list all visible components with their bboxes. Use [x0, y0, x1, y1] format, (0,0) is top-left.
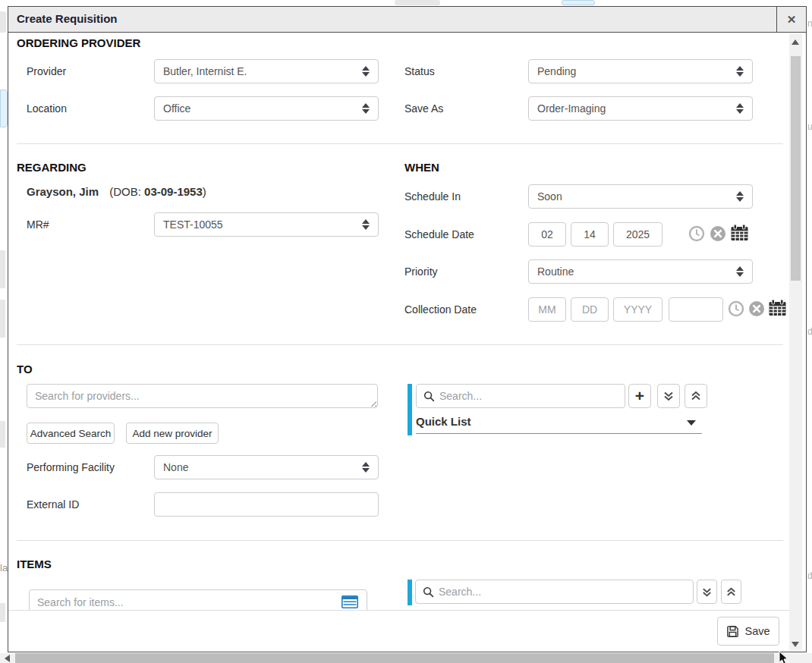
background-fragment — [0, 90, 8, 127]
patient-dob-suffix: ) — [203, 185, 206, 198]
providers-search-textarea[interactable] — [27, 384, 378, 408]
collection-calendar-button[interactable] — [768, 299, 787, 320]
table-icon — [341, 595, 358, 608]
background-fragment — [0, 250, 5, 288]
select-arrows-icon — [736, 103, 744, 114]
schedule-clear-button[interactable] — [710, 225, 726, 245]
items-collapse-all-button[interactable] — [721, 580, 741, 604]
select-arrows-icon — [362, 219, 370, 230]
provider-select[interactable]: Butler, Internist E. — [154, 59, 379, 83]
section-divider — [17, 344, 783, 345]
expand-all-button[interactable] — [657, 384, 680, 408]
collection-time-button[interactable] — [728, 300, 744, 320]
select-arrows-icon — [736, 191, 744, 202]
items-quicklist-search — [415, 580, 694, 604]
schedule-date-day-input[interactable] — [571, 222, 609, 247]
performing-facility-select-value: None — [163, 461, 188, 473]
priority-select[interactable]: Routine — [528, 259, 753, 284]
collection-time-input[interactable] — [669, 297, 723, 322]
external-id-input[interactable] — [154, 492, 379, 517]
clock-icon — [728, 300, 744, 317]
vertical-scrollbar-thumb[interactable] — [791, 56, 801, 281]
mr-select-value: TEST-10055 — [163, 218, 223, 231]
scroll-up-button[interactable] — [792, 39, 799, 45]
add-new-provider-button[interactable]: Add new provider — [126, 423, 219, 444]
priority-label: Priority — [404, 259, 438, 284]
select-arrows-icon — [362, 462, 370, 473]
status-select-value: Pending — [537, 65, 576, 77]
status-select[interactable]: Pending — [528, 59, 753, 83]
items-expand-all-button[interactable] — [697, 580, 717, 604]
section-title-to: TO — [17, 363, 33, 375]
provider-select-value: Butler, Internist E. — [163, 65, 247, 77]
search-icon — [423, 391, 435, 402]
schedule-in-label: Schedule In — [404, 184, 461, 209]
section-title-when: WHEN — [404, 161, 439, 174]
location-label: Location — [27, 96, 67, 121]
collection-clear-button[interactable] — [748, 300, 765, 320]
chevron-double-down-icon — [701, 586, 713, 598]
mr-select[interactable]: TEST-10055 — [154, 212, 379, 237]
horizontal-scrollbar-thumb[interactable] — [15, 653, 774, 663]
select-arrows-icon — [736, 266, 744, 277]
quick-list-underline — [416, 433, 702, 434]
clock-icon — [688, 225, 705, 242]
scroll-down-button[interactable] — [792, 642, 799, 647]
page: la n ur d do Create Requisition ✕ ORDERI… — [0, 0, 812, 663]
section-title-regarding: REGARDING — [17, 161, 87, 174]
schedule-date-year-input[interactable] — [613, 222, 663, 247]
schedule-date-label: Schedule Date — [404, 222, 474, 247]
provider-quicklist-search-input[interactable] — [439, 390, 625, 402]
chevron-double-down-icon — [663, 390, 675, 402]
schedule-calendar-button[interactable] — [730, 224, 749, 245]
close-button[interactable]: ✕ — [776, 6, 807, 33]
performing-facility-select[interactable]: None — [154, 455, 379, 479]
external-id-label: External ID — [27, 492, 79, 517]
item-browser-button[interactable] — [341, 595, 358, 610]
location-select-value: Office — [163, 102, 190, 115]
background-fragment-text: ur — [807, 121, 812, 132]
schedule-date-month-input[interactable] — [528, 222, 566, 247]
provider-label: Provider — [27, 59, 66, 83]
priority-select-value: Routine — [537, 266, 574, 278]
background-fragment-text: n — [807, 18, 812, 29]
accent-bar — [408, 580, 412, 605]
scroll-left-button[interactable] — [5, 655, 10, 662]
background-fragment — [0, 421, 5, 448]
patient-info-line: Grayson, Jim (DOB: 03-09-1953) — [27, 185, 206, 198]
location-select[interactable]: Office — [154, 96, 379, 121]
collection-date-year-input[interactable] — [613, 297, 663, 322]
schedule-in-select[interactable]: Soon — [528, 184, 753, 209]
advanced-search-button[interactable]: Advanced Search — [27, 423, 115, 444]
section-divider — [17, 540, 783, 541]
collapse-all-button[interactable] — [685, 384, 707, 408]
accent-bar — [408, 384, 412, 435]
calendar-icon — [768, 299, 787, 317]
save-as-label: Save As — [404, 96, 443, 121]
schedule-time-button[interactable] — [688, 225, 705, 245]
section-title-ordering-provider: ORDERING PROVIDER — [17, 36, 140, 49]
dialog-title: Create Requisition — [17, 12, 118, 25]
performing-facility-label: Performing Facility — [27, 455, 115, 479]
footer-divider — [8, 610, 789, 611]
save-as-select-value: Order-Imaging — [537, 102, 606, 115]
collection-date-day-input[interactable] — [571, 297, 609, 322]
save-button[interactable]: Save — [717, 617, 779, 646]
collection-date-label: Collection Date — [404, 297, 477, 322]
background-fragment — [562, 0, 595, 5]
mouse-cursor — [779, 651, 788, 663]
save-as-select[interactable]: Order-Imaging — [528, 96, 753, 121]
quick-list-toggle[interactable]: Quick List — [416, 415, 702, 433]
collection-date-month-input[interactable] — [528, 297, 566, 322]
chevron-double-up-icon — [725, 586, 737, 598]
patient-dob-prefix: (DOB: — [109, 185, 144, 198]
items-quicklist-search-input[interactable] — [439, 586, 693, 598]
items-search-input[interactable] — [29, 589, 367, 610]
plus-icon: + — [635, 388, 644, 404]
background-fragment — [395, 0, 440, 5]
search-icon — [423, 586, 434, 598]
background-fragment-text: la — [0, 562, 8, 573]
schedule-in-select-value: Soon — [537, 190, 562, 203]
add-provider-to-list-button[interactable]: + — [628, 384, 651, 408]
calendar-icon — [730, 224, 749, 242]
